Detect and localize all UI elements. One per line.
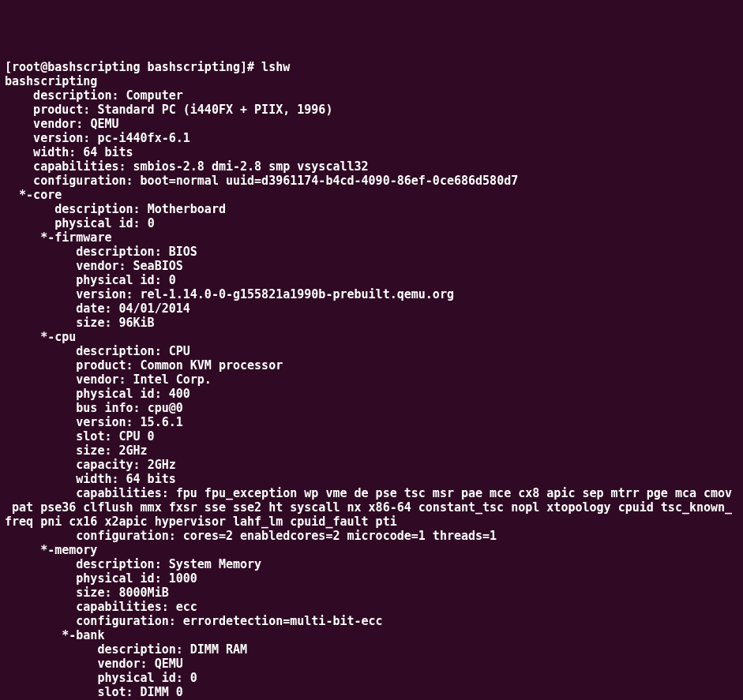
firmware-size: 96KiB — [119, 316, 155, 330]
cpu-capacity: 2GHz — [148, 458, 176, 472]
root-configuration: boot=normal uuid=d3961174-b4cd-4090-86ef… — [141, 174, 519, 188]
cpu-header: *-cpu — [40, 330, 76, 344]
firmware-description: BIOS — [169, 245, 197, 259]
cpu-capabilities-line3: freq pni cx16 x2apic hypervisor lahf_lm … — [5, 515, 397, 529]
core-header: *-core — [19, 188, 62, 202]
shell-prompt: [root@bashscripting bashscripting]# — [5, 60, 261, 74]
memory-capabilities: ecc — [176, 600, 197, 614]
cpu-description: CPU — [169, 344, 190, 358]
root-product: Standard PC (i440FX + PIIX, 1996) — [97, 103, 332, 117]
cpu-size: 2GHz — [119, 444, 148, 458]
bank-vendor: QEMU — [155, 657, 183, 671]
root-description: Computer — [126, 88, 183, 103]
root-vendor: QEMU — [90, 117, 118, 131]
typed-command: lshw — [261, 60, 290, 74]
bank-physical-id: 0 — [190, 671, 197, 685]
cpu-version: 15.6.1 — [141, 415, 183, 429]
bank-header: *-bank — [62, 628, 104, 642]
prompt-line: [root@bashscripting bashscripting]# lshw — [5, 60, 290, 74]
terminal-output[interactable]: [root@bashscripting bashscripting]# lshw… — [5, 60, 738, 700]
memory-size: 8000MiB — [119, 586, 169, 600]
cpu-capabilities-line1: capabilities: fpu fpu_exception wp vme d… — [5, 486, 732, 500]
firmware-vendor: SeaBIOS — [133, 259, 183, 273]
cpu-product: Common KVM processor — [141, 358, 283, 372]
core-description: Motherboard — [148, 202, 226, 216]
memory-description: System Memory — [169, 557, 261, 571]
root-width: 64 bits — [83, 145, 133, 159]
firmware-physical-id: 0 — [169, 273, 176, 287]
root-version: pc-i440fx-6.1 — [97, 131, 190, 145]
firmware-date: 04/01/2014 — [119, 301, 190, 316]
core-physical-id: 0 — [148, 216, 155, 230]
cpu-bus-info: cpu@0 — [148, 401, 183, 415]
cpu-physical-id: 400 — [169, 387, 190, 401]
cpu-configuration: cores=2 enabledcores=2 microcode=1 threa… — [183, 529, 497, 543]
hostname-line: bashscripting — [5, 74, 97, 88]
cpu-capabilities-line2: pat pse36 clflush mmx fxsr sse sse2 ht s… — [5, 500, 732, 515]
cpu-width: 64 bits — [126, 472, 176, 486]
bank-slot: DIMM 0 — [141, 685, 183, 699]
firmware-version: rel-1.14.0-0-g155821a1990b-prebuilt.qemu… — [141, 287, 454, 301]
memory-configuration: errordetection=multi-bit-ecc — [183, 614, 383, 628]
root-capabilities: smbios-2.8 dmi-2.8 smp vsyscall32 — [133, 159, 369, 174]
cpu-vendor: Intel Corp. — [133, 372, 212, 387]
cpu-slot: CPU 0 — [119, 429, 155, 444]
bank-description: DIMM RAM — [190, 642, 247, 657]
firmware-header: *-firmware — [40, 230, 111, 245]
memory-header: *-memory — [40, 543, 97, 557]
memory-physical-id: 1000 — [169, 571, 197, 586]
